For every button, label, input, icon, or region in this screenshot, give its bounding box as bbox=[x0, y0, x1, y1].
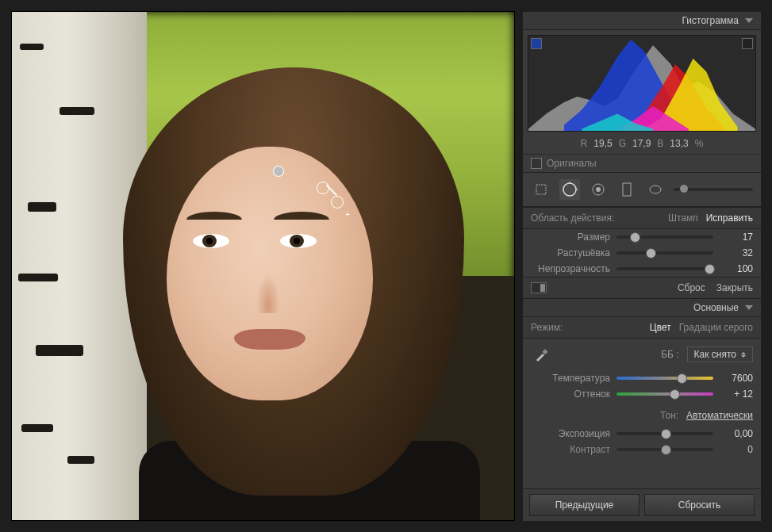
updown-icon bbox=[741, 352, 746, 358]
exposure-slider[interactable] bbox=[616, 432, 713, 435]
svg-point-5 bbox=[596, 187, 601, 192]
graduated-filter-tool[interactable] bbox=[616, 179, 637, 200]
crop-tool[interactable] bbox=[531, 179, 551, 200]
temp-label: Температура bbox=[531, 373, 610, 384]
mode-heal[interactable]: Исправить bbox=[706, 212, 753, 224]
contrast-slider[interactable] bbox=[616, 448, 713, 451]
collapse-icon bbox=[745, 305, 753, 310]
spot-options-panel: Область действия: Штамп Исправить Размер… bbox=[523, 207, 761, 298]
wb-value: Как снято bbox=[694, 349, 736, 360]
opacity-slider[interactable] bbox=[616, 267, 713, 270]
size-label: Размер bbox=[531, 232, 610, 243]
radial-filter-tool[interactable] bbox=[645, 179, 666, 200]
originals-checkbox[interactable] bbox=[531, 158, 542, 169]
reset-link[interactable]: Сброс bbox=[678, 282, 705, 293]
bottom-button-bar: Предыдущие Сбросить bbox=[523, 488, 761, 521]
app-frame: + Гистограмма R19,5 G17,9 B13,3 % bbox=[0, 0, 772, 532]
image-viewport[interactable]: + bbox=[11, 11, 515, 521]
feather-label: Растушёвка bbox=[531, 247, 610, 258]
heal-cursor: + bbox=[313, 178, 350, 215]
temp-slider[interactable] bbox=[616, 377, 713, 380]
basic-title: Основные bbox=[693, 302, 739, 313]
red-eye-tool[interactable] bbox=[588, 179, 609, 200]
basic-header[interactable]: Основные bbox=[523, 299, 761, 317]
size-value[interactable]: 17 bbox=[720, 232, 753, 243]
exposure-label: Экспозиция bbox=[531, 428, 610, 439]
brush-size-mini-slider[interactable] bbox=[674, 188, 753, 191]
svg-point-7 bbox=[650, 186, 661, 193]
tool-strip bbox=[523, 172, 761, 207]
svg-rect-8 bbox=[542, 349, 547, 354]
photo-canvas bbox=[12, 12, 514, 520]
tint-label: Оттенок bbox=[531, 388, 610, 400]
wb-eyedropper-tool[interactable] bbox=[531, 343, 553, 366]
histogram-header[interactable]: Гистограмма bbox=[523, 12, 761, 30]
previous-button[interactable]: Предыдущие bbox=[529, 494, 639, 516]
right-panel: Гистограмма R19,5 G17,9 B13,3 % Оригинал… bbox=[523, 11, 761, 521]
opacity-label: Непрозрачность bbox=[531, 263, 610, 274]
heal-source-pin[interactable] bbox=[274, 166, 283, 176]
spot-removal-tool[interactable] bbox=[559, 179, 580, 200]
size-slider[interactable] bbox=[616, 235, 713, 239]
histogram-chart[interactable] bbox=[528, 35, 756, 132]
tone-label: Тон: bbox=[660, 410, 678, 421]
rgb-readout: R19,5 G17,9 B13,3 % bbox=[523, 136, 761, 154]
feather-value[interactable]: 32 bbox=[720, 247, 753, 258]
wb-dropdown[interactable]: Как снято bbox=[687, 346, 753, 362]
auto-tone-button[interactable]: Автоматически bbox=[686, 410, 753, 421]
exposure-value[interactable]: 0,00 bbox=[720, 428, 753, 439]
basic-panel: Основные Режим: Цвет Градации серого ББ … bbox=[523, 298, 761, 457]
tint-value[interactable]: + 12 bbox=[720, 388, 753, 400]
feather-slider[interactable] bbox=[616, 251, 713, 255]
opacity-value[interactable]: 100 bbox=[720, 263, 753, 274]
svg-point-1 bbox=[563, 183, 576, 196]
close-link[interactable]: Закрыть bbox=[716, 282, 753, 293]
tint-slider[interactable] bbox=[616, 392, 713, 396]
svg-rect-0 bbox=[536, 185, 546, 194]
histogram-panel: Гистограмма R19,5 G17,9 B13,3 % Оригинал… bbox=[523, 11, 761, 172]
treatment-bw[interactable]: Градации серого bbox=[679, 322, 753, 333]
originals-label: Оригиналы bbox=[547, 158, 597, 169]
contrast-label: Контраст bbox=[531, 444, 610, 455]
wb-label: ББ : bbox=[661, 349, 678, 360]
temp-value[interactable]: 7600 bbox=[720, 373, 753, 384]
svg-rect-6 bbox=[623, 183, 631, 196]
mode-clone[interactable]: Штамп bbox=[668, 212, 698, 224]
originals-row[interactable]: Оригиналы bbox=[523, 154, 761, 172]
histogram-title: Гистограмма bbox=[682, 15, 739, 26]
scope-label: Область действия: bbox=[531, 212, 614, 224]
panel-switch[interactable] bbox=[531, 282, 547, 293]
contrast-value[interactable]: 0 bbox=[720, 444, 753, 455]
reset-button[interactable]: Сбросить bbox=[644, 494, 755, 516]
collapse-icon bbox=[745, 18, 753, 23]
treatment-label: Режим: bbox=[531, 322, 563, 333]
treatment-color[interactable]: Цвет bbox=[650, 322, 671, 333]
